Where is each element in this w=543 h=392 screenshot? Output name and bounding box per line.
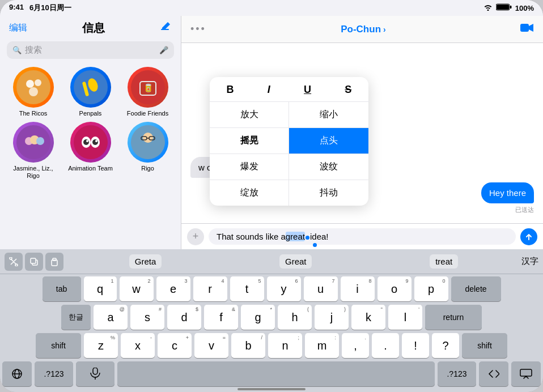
contact-name: Rigo bbox=[141, 165, 154, 172]
b-key[interactable]: /b bbox=[231, 333, 265, 358]
video-call-button[interactable] bbox=[520, 23, 534, 36]
chat-panel: ••• Po-Chun › B bbox=[181, 16, 543, 249]
list-item[interactable]: 🥫 Foodie Friends bbox=[121, 67, 174, 117]
period-key[interactable]: . bbox=[372, 333, 399, 358]
add-attachment-button[interactable]: + bbox=[187, 228, 204, 245]
hangul-key[interactable]: 한글 bbox=[61, 305, 91, 330]
lang-switch-button[interactable]: 汉字 bbox=[521, 256, 538, 267]
paste-button[interactable] bbox=[45, 253, 63, 271]
chat-contact-name[interactable]: Po-Chun › bbox=[341, 24, 386, 35]
svg-rect-35 bbox=[31, 258, 36, 263]
strikethrough-button[interactable]: S bbox=[337, 83, 359, 97]
search-bar[interactable]: 🔍 搜索 🎤 bbox=[7, 41, 174, 59]
format-option-shrink[interactable]: 缩小 bbox=[289, 102, 368, 128]
format-option-burst[interactable]: 爆发 bbox=[210, 154, 289, 180]
right-shift-key[interactable]: shift bbox=[462, 333, 507, 358]
cut-button[interactable] bbox=[5, 253, 23, 271]
keyboard-row-4: .?123 .?123 bbox=[2, 361, 541, 386]
input-text-after: idea! bbox=[310, 232, 329, 241]
h-key[interactable]: (h bbox=[278, 305, 312, 330]
u-key[interactable]: 7u bbox=[304, 276, 338, 301]
format-option-enlarge[interactable]: 放大 bbox=[210, 102, 289, 128]
j-key[interactable]: )j bbox=[315, 305, 349, 330]
comma-key[interactable]: ., bbox=[342, 333, 369, 358]
a-key[interactable]: @a bbox=[94, 305, 128, 330]
l-key[interactable]: 'l bbox=[388, 305, 422, 330]
status-time: 9:41 bbox=[9, 3, 24, 13]
main-area: 编辑 信息 🔍 搜索 🎤 bbox=[0, 16, 543, 249]
list-item[interactable]: Jasmine., Liz., Rigo bbox=[7, 122, 60, 180]
format-option-jitter[interactable]: 抖动 bbox=[289, 180, 368, 206]
s-key[interactable]: #s bbox=[130, 305, 164, 330]
x-key[interactable]: -x bbox=[121, 333, 155, 358]
z-key[interactable]: %z bbox=[84, 333, 118, 358]
ipad-frame: 9:41 6月10日周一 100% bbox=[0, 0, 543, 392]
format-grid: 放大 缩小 摇晃 点头 爆发 波纹 绽放 抖动 bbox=[210, 102, 368, 206]
suggestion-2[interactable]: Great bbox=[279, 254, 312, 269]
m-key[interactable]: :m bbox=[305, 333, 339, 358]
format-option-ripple[interactable]: 波纹 bbox=[289, 154, 368, 180]
list-item[interactable]: Rigo bbox=[121, 122, 174, 180]
edit-button[interactable]: 编辑 bbox=[9, 22, 27, 34]
exclaim-key[interactable]: ! bbox=[402, 333, 429, 358]
return-key[interactable]: return bbox=[425, 305, 482, 330]
format-option-nod[interactable]: 点头 bbox=[289, 128, 368, 154]
bold-button[interactable]: B bbox=[219, 83, 242, 97]
chat-header: ••• Po-Chun › bbox=[181, 16, 543, 43]
t-key[interactable]: 5t bbox=[230, 276, 264, 301]
suggestion-1[interactable]: Greta bbox=[129, 254, 162, 269]
q-key[interactable]: 1q bbox=[84, 276, 117, 301]
sidebar-header: 编辑 信息 bbox=[0, 16, 181, 39]
r-key[interactable]: 4r bbox=[193, 276, 227, 301]
f-key[interactable]: &f bbox=[204, 305, 238, 330]
g-key[interactable]: *g bbox=[241, 305, 275, 330]
left-shift-key[interactable]: shift bbox=[36, 333, 81, 358]
number-key-left[interactable]: .?123 bbox=[35, 361, 73, 386]
cursor-key[interactable] bbox=[479, 361, 508, 386]
p-key[interactable]: 0p bbox=[414, 276, 448, 301]
o-key[interactable]: 9o bbox=[377, 276, 412, 301]
suggestion-3[interactable]: treat bbox=[430, 254, 458, 269]
autocomplete-bar: Greta Great treat 汉字 bbox=[0, 249, 543, 274]
list-item[interactable]: The Ricos bbox=[7, 67, 60, 117]
number-key-right[interactable]: .?123 bbox=[438, 361, 476, 386]
space-key[interactable] bbox=[117, 361, 435, 386]
d-key[interactable]: $d bbox=[167, 305, 201, 330]
question-key[interactable]: ? bbox=[432, 333, 459, 358]
delete-key[interactable]: delete bbox=[451, 276, 501, 301]
e-key[interactable]: 3e bbox=[156, 276, 190, 301]
list-item[interactable]: Animation Team bbox=[64, 122, 117, 180]
format-popup: B I U S 放大 缩小 摇晃 点头 爆发 波纹 绽放 抖动 bbox=[210, 77, 368, 206]
v-key[interactable]: =v bbox=[194, 333, 228, 358]
n-key[interactable]: ;n bbox=[268, 333, 302, 358]
w-key[interactable]: 2w bbox=[120, 276, 154, 301]
microphone-key[interactable] bbox=[76, 361, 114, 386]
keyboard-area: Greta Great treat 汉字 tab 1q 2w bbox=[0, 249, 543, 392]
search-icon: 🔍 bbox=[12, 46, 22, 54]
underline-button[interactable]: U bbox=[296, 83, 319, 97]
format-option-shake[interactable]: 摇晃 bbox=[210, 128, 289, 154]
svg-marker-33 bbox=[529, 24, 533, 32]
i-key[interactable]: 8i bbox=[341, 276, 375, 301]
list-item[interactable]: Penpals bbox=[64, 67, 117, 117]
copy-button[interactable] bbox=[25, 253, 43, 271]
k-key[interactable]: "k bbox=[351, 305, 385, 330]
keyboard-dismiss-key[interactable] bbox=[511, 361, 541, 386]
tab-key[interactable]: tab bbox=[43, 276, 81, 301]
message-input[interactable]: That sounds like a great idea! bbox=[209, 228, 516, 245]
globe-key[interactable] bbox=[2, 361, 32, 386]
svg-point-26 bbox=[95, 140, 97, 142]
format-option-bloom[interactable]: 绽放 bbox=[210, 180, 289, 206]
svg-point-24 bbox=[92, 139, 98, 145]
autocomplete-suggestions: Greta Great treat bbox=[70, 254, 517, 269]
c-key[interactable]: +c bbox=[158, 333, 192, 358]
message-status: 已送达 bbox=[515, 206, 534, 214]
italic-button[interactable]: I bbox=[260, 83, 278, 97]
compose-button[interactable] bbox=[159, 20, 172, 36]
send-button[interactable] bbox=[520, 228, 537, 245]
y-key[interactable]: 6y bbox=[267, 276, 301, 301]
svg-rect-32 bbox=[520, 24, 529, 32]
svg-rect-43 bbox=[520, 369, 532, 376]
battery-percent: 100% bbox=[515, 4, 534, 12]
mic-icon: 🎤 bbox=[159, 46, 168, 54]
